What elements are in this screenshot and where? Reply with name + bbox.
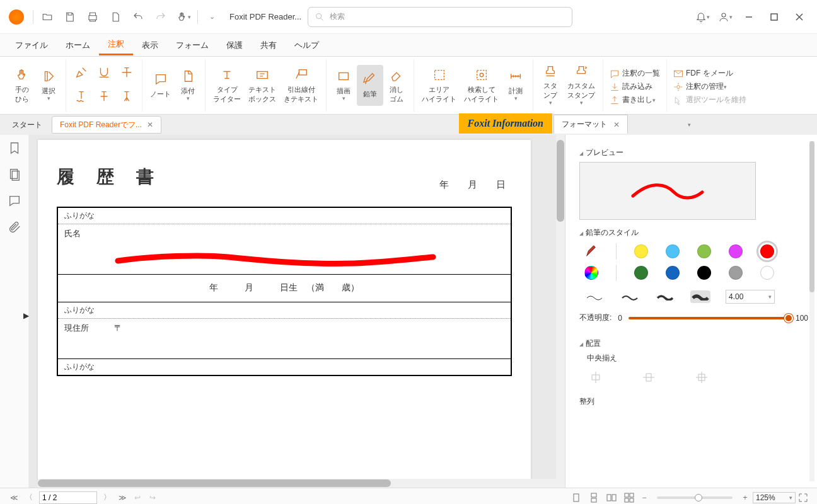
- stroke-width-select[interactable]: 4.00▾: [726, 290, 775, 304]
- color-darkgreen[interactable]: [634, 266, 648, 280]
- facing-icon[interactable]: [604, 490, 619, 505]
- nav-fwd-button[interactable]: ↪: [145, 490, 160, 505]
- manage-comments-link[interactable]: 注釈の管理▾: [671, 80, 729, 93]
- open-icon[interactable]: [38, 8, 56, 26]
- color-red[interactable]: [760, 244, 774, 258]
- first-page-button[interactable]: ≪: [6, 490, 21, 505]
- pages-icon[interactable]: [8, 168, 21, 181]
- page-icon[interactable]: [107, 8, 124, 26]
- user-icon[interactable]: ▾: [716, 8, 734, 26]
- attach-button[interactable]: 添付▾: [175, 66, 201, 105]
- menu-view[interactable]: 表示: [133, 36, 167, 55]
- squiggly-button[interactable]: [70, 86, 93, 109]
- color-gray[interactable]: [729, 266, 743, 280]
- menu-help[interactable]: ヘルプ: [286, 36, 328, 55]
- print-icon[interactable]: [84, 8, 101, 26]
- note-button[interactable]: ノート: [146, 66, 175, 105]
- stroke-thin[interactable]: [584, 290, 605, 303]
- close-button[interactable]: [787, 4, 812, 30]
- align-vcenter-icon[interactable]: [588, 370, 603, 385]
- expand-rail-icon[interactable]: ▶: [23, 311, 29, 320]
- tab-document[interactable]: Foxit PDF Readerでフ...✕: [52, 116, 161, 134]
- color-black[interactable]: [697, 266, 711, 280]
- undo-icon[interactable]: [129, 8, 147, 26]
- zoom-in-button[interactable]: +: [738, 490, 753, 505]
- underline-button[interactable]: [93, 62, 115, 85]
- menu-share[interactable]: 共有: [252, 36, 286, 55]
- page-number-input[interactable]: [39, 491, 97, 504]
- textbox-button[interactable]: テキスト ボックス: [245, 65, 280, 106]
- single-page-icon[interactable]: [569, 490, 584, 505]
- color-white[interactable]: [760, 266, 774, 280]
- minimize-button[interactable]: [736, 4, 762, 30]
- bookmark-icon[interactable]: [8, 141, 21, 155]
- zoom-slider[interactable]: [657, 496, 733, 499]
- select-tool-button[interactable]: 選択▾: [35, 65, 62, 106]
- pencil-button[interactable]: 鉛筆: [357, 65, 383, 106]
- zoom-value-select[interactable]: 125%▾: [753, 492, 796, 503]
- color-picker-icon[interactable]: [584, 266, 598, 280]
- nav-back-button[interactable]: ↩: [130, 490, 145, 505]
- search-highlight-button[interactable]: 検索して ハイライト: [460, 65, 502, 106]
- hand-dropdown-icon[interactable]: ▾: [175, 8, 192, 26]
- prev-page-button[interactable]: 〈: [21, 490, 37, 505]
- color-yellow[interactable]: [634, 244, 648, 258]
- horizontal-scrollbar[interactable]: [38, 479, 556, 488]
- tab-format[interactable]: フォーマット✕: [553, 115, 628, 134]
- hand-tool-button[interactable]: 手の ひら: [9, 65, 35, 106]
- vertical-scrollbar[interactable]: [556, 135, 565, 488]
- attachments-icon[interactable]: [8, 220, 21, 234]
- bell-icon[interactable]: ▾: [693, 8, 711, 26]
- measure-button[interactable]: 計測▾: [502, 65, 529, 106]
- qat-dropdown-icon[interactable]: ⌄: [203, 8, 221, 26]
- fdf-mail-link[interactable]: FDF をメール: [671, 67, 736, 80]
- menu-form[interactable]: フォーム: [167, 36, 217, 55]
- search-input[interactable]: 検索: [308, 7, 572, 27]
- draw-button[interactable]: 描画▾: [330, 65, 357, 106]
- pencil-annotation[interactable]: [115, 249, 436, 268]
- align-center-icon[interactable]: [694, 370, 709, 385]
- import-link[interactable]: 読み込み: [607, 80, 655, 93]
- color-green[interactable]: [697, 244, 711, 258]
- menu-home[interactable]: ホーム: [57, 36, 99, 55]
- export-link[interactable]: 書き出し▾: [607, 93, 658, 106]
- last-page-button[interactable]: ≫: [115, 490, 130, 505]
- align-hcenter-icon[interactable]: [641, 370, 656, 385]
- highlight-button[interactable]: [70, 62, 93, 85]
- stroke-med[interactable]: [620, 290, 640, 303]
- insert-button[interactable]: [115, 86, 138, 109]
- replace-button[interactable]: [93, 86, 115, 109]
- tab-start[interactable]: スタート: [4, 116, 50, 134]
- menu-protect[interactable]: 保護: [217, 36, 252, 55]
- stroke-xthick[interactable]: [690, 290, 710, 303]
- cont-facing-icon[interactable]: [622, 490, 637, 505]
- custom-stamp-button[interactable]: カスタム スタンプ▾: [564, 61, 599, 109]
- redo-icon[interactable]: [152, 8, 170, 26]
- menu-comment[interactable]: 注釈: [99, 35, 133, 55]
- document-area[interactable]: 履 歴 書 年 月 日 ふりがな 氏名 年 月 日生 （満 歳） ふりがな 現住…: [29, 135, 565, 488]
- next-page-button[interactable]: 〉: [100, 490, 115, 505]
- maximize-button[interactable]: [762, 4, 787, 30]
- strikeout-button[interactable]: [115, 62, 138, 85]
- color-magenta[interactable]: [729, 244, 743, 258]
- eraser-button[interactable]: 消し ゴム: [383, 65, 410, 106]
- color-blue[interactable]: [666, 266, 680, 280]
- area-highlight-button[interactable]: エリア ハイライト: [418, 65, 460, 106]
- color-cyan[interactable]: [666, 244, 680, 258]
- opacity-slider[interactable]: [629, 317, 789, 319]
- save-icon[interactable]: [61, 8, 79, 26]
- stamp-button[interactable]: スタ ンプ▾: [537, 61, 564, 109]
- tab-overflow-icon[interactable]: ▾: [688, 122, 691, 128]
- typewriter-button[interactable]: タイプ ライター: [209, 65, 245, 106]
- keep-select-link[interactable]: 選択ツールを維持: [671, 93, 749, 106]
- close-icon[interactable]: ✕: [147, 120, 153, 129]
- close-icon[interactable]: ✕: [613, 120, 620, 129]
- callout-button[interactable]: 引出線付 きテキスト: [280, 65, 322, 106]
- fullscreen-button[interactable]: [796, 490, 811, 505]
- continuous-icon[interactable]: [586, 490, 601, 505]
- foxit-info-banner[interactable]: Foxit Information: [459, 113, 552, 134]
- pen-style-icon[interactable]: [584, 244, 598, 258]
- menu-file[interactable]: ファイル: [6, 36, 57, 55]
- stroke-thick[interactable]: [655, 290, 675, 303]
- zoom-out-button[interactable]: −: [637, 490, 652, 505]
